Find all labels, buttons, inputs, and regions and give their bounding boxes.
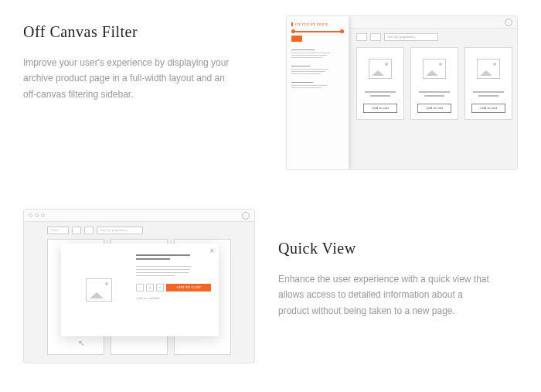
cursor-icon: ↖ [78, 339, 84, 347]
qty-minus: - [136, 284, 144, 291]
mock-toolbar: Filter Sort by popularity [47, 227, 143, 234]
hamburger-icon [242, 212, 250, 220]
feature-off-canvas: Off Canvas Filter Improve your user's ex… [23, 15, 518, 170]
off-canvas-sidebar: FILTER BY PRICE [287, 16, 349, 169]
filter-button [291, 36, 302, 42]
add-to-cart-button: Add to cart [417, 104, 451, 113]
wishlist-link: Add to wishlist [136, 296, 211, 300]
text-line [370, 95, 390, 97]
product-grid: Add to cart Add to cart Add to cart [356, 47, 512, 120]
feature1-desc: Improve your user's experience by displa… [23, 55, 240, 102]
add-to-cart-button: ADD TO CART [166, 284, 211, 291]
product-title-line [136, 258, 170, 260]
feature2-text: Quick View Enhance the user experience w… [278, 209, 518, 319]
price-slider [291, 31, 344, 32]
mockup-off-canvas: Sort by popularity Add to cart Add to ca… [286, 15, 518, 170]
mockup-quick-view: Filter Sort by popularity × [23, 209, 255, 363]
filter-group [291, 82, 344, 88]
text-line [136, 272, 189, 273]
text-line [136, 269, 190, 270]
text-line [424, 95, 444, 97]
list-view-icon [84, 227, 94, 234]
product-title-line [136, 254, 190, 256]
list-view-icon [370, 33, 381, 41]
text-line [478, 95, 498, 97]
text-line [473, 91, 504, 93]
modal-image-col [61, 244, 136, 336]
grid-view-icon [72, 227, 81, 234]
filter-group [291, 66, 344, 74]
feature1-title: Off Canvas Filter [23, 23, 263, 41]
quantity-controls: - 1 + ADD TO CART [136, 284, 211, 291]
text-line [136, 275, 175, 276]
text-line [136, 266, 192, 267]
text-line [419, 91, 450, 93]
feature2-mock: Filter Sort by popularity × [23, 209, 255, 363]
traffic-lights-icon [29, 213, 45, 217]
image-placeholder-icon [423, 59, 446, 79]
qty-value: 1 [146, 284, 154, 291]
qty-plus: + [156, 284, 164, 291]
image-placeholder-icon [86, 278, 112, 302]
product-card: Add to cart [464, 47, 512, 120]
sort-dropdown: Sort by popularity [97, 227, 143, 234]
filter-group [291, 49, 344, 58]
text-line [365, 91, 396, 93]
image-placeholder-icon [477, 59, 500, 79]
mock-toolbar: Sort by popularity [356, 33, 512, 41]
mock-content: Sort by popularity Add to cart Add to ca… [356, 33, 512, 120]
close-icon: × [209, 247, 214, 255]
product-card: Add to cart [410, 47, 458, 120]
filter-title: FILTER BY PRICE [291, 22, 344, 26]
add-to-cart-button: Add to cart [363, 104, 397, 113]
add-to-cart-button: Add to cart [471, 104, 505, 113]
sort-dropdown: Sort by popularity [384, 33, 438, 41]
feature1-mock: Sort by popularity Add to cart Add to ca… [286, 15, 518, 170]
hamburger-icon [505, 19, 512, 26]
modal-info-col: - 1 + ADD TO CART Add to wishlist [136, 244, 219, 336]
modal-content: - 1 + ADD TO CART Add to wishlist [61, 244, 219, 336]
image-placeholder-icon [369, 59, 392, 79]
feature1-text: Off Canvas Filter Improve your user's ex… [23, 15, 263, 102]
feature2-desc: Enhance the user experience with a quick… [278, 271, 495, 319]
feature-quick-view: Filter Sort by popularity × [23, 209, 518, 363]
quick-view-modal: × - 1 + [61, 244, 219, 336]
browser-topbar [24, 210, 254, 222]
grid-view-icon [356, 33, 367, 41]
filter-button: Filter [47, 227, 69, 234]
product-card: Add to cart [356, 47, 404, 120]
feature2-title: Quick View [278, 240, 518, 257]
